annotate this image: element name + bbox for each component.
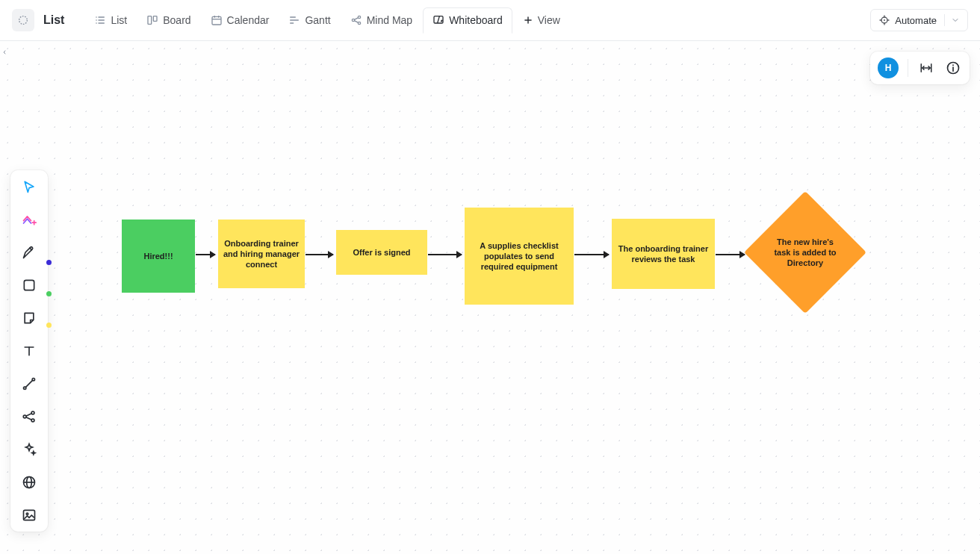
tab-whiteboard[interactable]: Whiteboard xyxy=(423,7,512,34)
tab-label: Whiteboard xyxy=(449,14,503,26)
list-type-icon[interactable] xyxy=(12,9,34,31)
flow-node-trainer-connect[interactable]: Onboarding trainer and hiring manager co… xyxy=(218,220,305,288)
flow-node-hired[interactable]: Hired!!! xyxy=(122,220,195,293)
avatar[interactable]: H xyxy=(878,57,899,78)
add-view-button[interactable]: View xyxy=(514,8,569,32)
flow-node-text: Hired!!! xyxy=(143,251,173,261)
svg-point-46 xyxy=(952,64,954,66)
svg-point-34 xyxy=(31,411,34,414)
view-tabs: List Board Calendar Gantt Mind Map White… xyxy=(85,7,568,33)
info-button[interactable] xyxy=(944,59,962,77)
automate-button[interactable]: Automate xyxy=(870,9,968,31)
page-title: List xyxy=(43,13,64,27)
tab-label: Mind Map xyxy=(367,14,412,26)
tool-connector[interactable] xyxy=(17,375,41,393)
svg-point-5 xyxy=(96,19,98,21)
automate-icon xyxy=(878,14,890,26)
svg-rect-7 xyxy=(148,16,152,25)
svg-point-4 xyxy=(96,16,98,18)
tool-cursor[interactable] xyxy=(17,178,41,196)
presence-bar: H xyxy=(870,52,970,84)
flow-node-trainer-reviews[interactable]: The onboarding trainer reviews the task xyxy=(612,219,715,289)
flow-node-supplies-checklist[interactable]: A supplies checklist populates to send r… xyxy=(465,208,574,305)
flow-node-text: Onboarding trainer and hiring manager co… xyxy=(223,238,300,270)
tool-sticky-note[interactable] xyxy=(17,309,41,327)
header: List List Board Calendar Gantt Mind Map xyxy=(0,0,980,41)
color-dot-green[interactable] xyxy=(46,291,52,296)
tab-mindmap[interactable]: Mind Map xyxy=(341,8,421,32)
svg-point-35 xyxy=(31,419,34,422)
svg-point-40 xyxy=(26,513,28,515)
whiteboard-icon xyxy=(432,14,444,26)
tool-ai-create[interactable] xyxy=(17,211,41,228)
flow-node-text: The onboarding trainer reviews the task xyxy=(616,243,710,265)
svg-line-26 xyxy=(30,248,32,250)
flow-node-text: Offer is signed xyxy=(353,247,410,258)
tab-list[interactable]: List xyxy=(85,8,136,32)
whiteboard-toolbar xyxy=(10,170,48,532)
flow-arrow[interactable] xyxy=(196,254,215,255)
tool-image[interactable] xyxy=(17,506,41,524)
header-right: Automate xyxy=(870,9,968,31)
flow-arrow[interactable] xyxy=(306,254,333,255)
fit-width-button[interactable] xyxy=(917,59,935,77)
tab-label: List xyxy=(111,14,127,26)
svg-rect-27 xyxy=(24,280,34,290)
svg-point-0 xyxy=(19,16,28,25)
flow-node-text: A supplies checklist populates to send r… xyxy=(469,240,569,273)
header-left: List List Board Calendar Gantt Mind Map xyxy=(12,7,569,33)
tool-share-structure[interactable] xyxy=(17,408,41,426)
tab-label: Gantt xyxy=(305,14,330,26)
flow-node-text: The new hire's task is added to Director… xyxy=(772,237,839,269)
collapse-handle[interactable] xyxy=(0,45,9,60)
svg-line-32 xyxy=(25,380,32,387)
tab-calendar[interactable]: Calendar xyxy=(202,8,279,32)
tab-board[interactable]: Board xyxy=(137,8,199,32)
tool-web-embed[interactable] xyxy=(17,473,41,491)
tool-pen[interactable] xyxy=(17,243,41,261)
color-dot-blue[interactable] xyxy=(46,260,52,265)
flow-arrow[interactable] xyxy=(716,254,745,255)
add-view-label: View xyxy=(538,14,560,26)
flow-node-added-to-directory[interactable]: The new hire's task is added to Director… xyxy=(762,209,849,296)
svg-point-6 xyxy=(96,22,98,24)
automate-label: Automate xyxy=(895,15,937,26)
tab-label: Board xyxy=(163,14,190,26)
plus-icon xyxy=(523,15,533,25)
avatar-letter: H xyxy=(885,63,892,73)
calendar-icon xyxy=(211,14,223,26)
whiteboard-canvas[interactable]: H Hired!!! Onboarding trainer and hiring… xyxy=(0,41,980,554)
svg-point-33 xyxy=(23,415,26,418)
tool-text[interactable] xyxy=(17,342,41,360)
flow-arrow[interactable] xyxy=(428,254,462,255)
divider xyxy=(908,59,908,77)
mindmap-icon xyxy=(350,14,362,26)
tab-gantt[interactable]: Gantt xyxy=(279,8,339,32)
board-icon xyxy=(146,14,158,26)
color-dot-yellow[interactable] xyxy=(46,323,52,328)
svg-rect-9 xyxy=(212,16,221,25)
tool-shape[interactable] xyxy=(17,276,41,294)
flow-arrow[interactable] xyxy=(574,254,609,255)
svg-rect-8 xyxy=(154,16,158,22)
divider xyxy=(944,14,945,26)
flow-node-offer-signed[interactable]: Offer is signed xyxy=(336,230,427,275)
tool-magic[interactable] xyxy=(17,441,41,458)
svg-point-23 xyxy=(884,19,885,21)
chevron-down-icon xyxy=(951,16,960,25)
tab-label: Calendar xyxy=(227,14,270,26)
list-icon xyxy=(94,14,106,26)
gantt-icon xyxy=(288,14,300,26)
